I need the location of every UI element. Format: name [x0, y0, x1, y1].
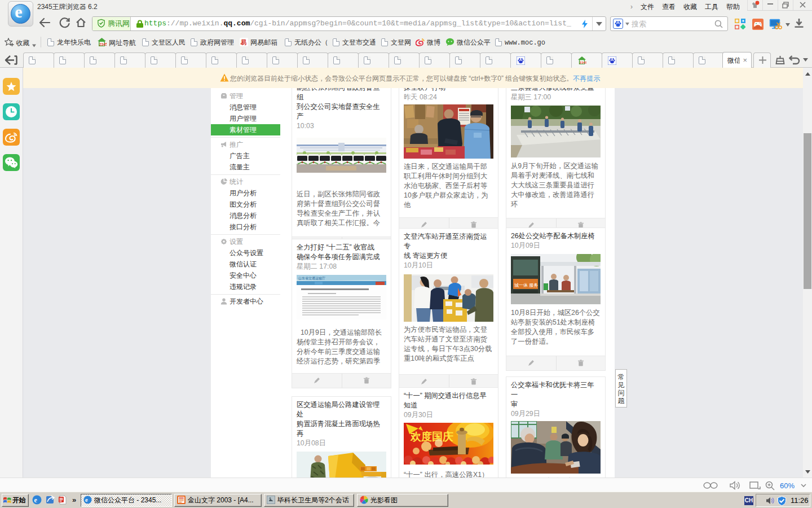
svg-text:易: 易 — [240, 39, 247, 46]
svg-text:2345: 2345 — [99, 42, 107, 46]
svg-text:e: e — [34, 496, 38, 504]
svg-text:城一体 服务: 城一体 服务 — [514, 283, 538, 288]
svg-text:e: e — [85, 497, 88, 503]
svg-text:欢度国庆: 欢度国庆 — [410, 431, 453, 443]
svg-text:山东省交通运输厅: 山东省交通运输厅 — [298, 276, 325, 281]
svg-text:2345: 2345 — [580, 60, 586, 64]
